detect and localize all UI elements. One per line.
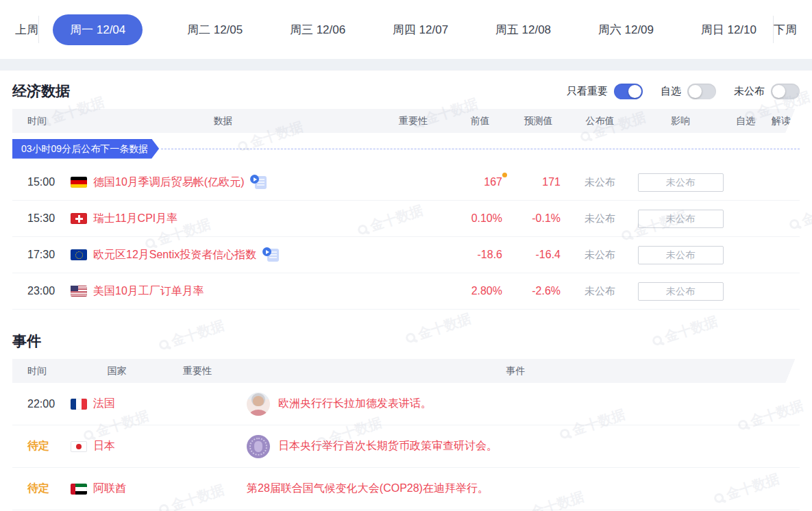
impact-unpublished-button[interactable]: 未公布 [638, 173, 724, 192]
data-time: 15:30 [12, 212, 71, 225]
previous-value: 167 [451, 176, 509, 188]
published-value: 未公布 [567, 176, 632, 189]
indicator-link[interactable]: 德国10月季调后贸易帐(亿欧元) [93, 175, 244, 190]
event-time: 待定 [12, 482, 71, 496]
event-country: 阿联酋 [71, 482, 163, 496]
watchlist-toggle[interactable] [687, 84, 716, 99]
filter-unpublished: 未公布 [734, 84, 800, 99]
published-value: 未公布 [567, 285, 632, 298]
revision-dot [502, 173, 507, 177]
countdown-dotted-line [161, 149, 800, 149]
impact-cell: 未公布 [632, 282, 728, 301]
day-tab[interactable]: 周日 12/10 [698, 14, 759, 45]
toggle-knob [772, 85, 785, 98]
indicator-link[interactable]: 瑞士11月CPI月率 [93, 212, 177, 226]
next-week-button[interactable]: 下周 [774, 22, 797, 38]
day-tab[interactable]: 周一 12/04 [53, 14, 143, 45]
country-flag-icon [71, 441, 87, 452]
col-event: 事件 [232, 365, 800, 377]
col-watchlist: 自选 [728, 115, 763, 127]
video-interpretation-icon[interactable] [262, 247, 279, 262]
data-cell: 欧元区12月Sentix投资者信心指数 [71, 247, 376, 262]
impact-unpublished-button[interactable]: 未公布 [638, 246, 724, 264]
data-time: 17:30 [12, 249, 71, 261]
data-cell: 瑞士11月CPI月率 [71, 212, 376, 226]
col-time: 时间 [12, 365, 71, 377]
filter-watchlist: 自选 [661, 84, 716, 99]
economic-data-row: 23:00 美国10月工厂订单月率 2.80% -2.6% 未公布 未公布 [12, 273, 800, 310]
indicator-link[interactable]: 欧元区12月Sentix投资者信心指数 [93, 248, 256, 262]
filter-important-label: 只看重要 [567, 85, 608, 98]
impact-cell: 未公布 [632, 246, 728, 264]
country-flag-icon [71, 213, 87, 224]
col-published: 公布值 [567, 115, 632, 127]
impact-unpublished-button[interactable]: 未公布 [638, 282, 724, 301]
country-flag-icon [71, 399, 87, 410]
published-value: 未公布 [567, 249, 632, 262]
forecast-value: -16.4 [509, 249, 567, 261]
event-link[interactable]: 欧洲央行行长拉加德发表讲话。 [278, 397, 432, 411]
col-country: 国家 [71, 365, 163, 377]
speaker-avatar [247, 435, 270, 458]
event-rows: 22:00 法国 欧洲央行行长拉加德发表讲话。 待定 日本 [12, 383, 800, 510]
country-name: 阿联酋 [93, 482, 126, 496]
col-previous: 前值 [451, 115, 509, 127]
country-flag-icon [71, 249, 87, 260]
data-cell: 美国10月工厂订单月率 [71, 284, 376, 299]
events-section-header: 事件 [12, 332, 800, 351]
event-time: 22:00 [12, 398, 71, 410]
published-value: 未公布 [567, 212, 632, 225]
data-time: 23:00 [12, 285, 71, 297]
economic-section-header: 经济数据 只看重要 自选 未公布 [12, 82, 800, 101]
filter-important: 只看重要 [567, 84, 643, 99]
countdown-row: 03小时09分后公布下一条数据 [12, 133, 800, 164]
col-interpret: 解读 [763, 115, 800, 127]
col-data: 数据 [71, 115, 376, 127]
day-tab[interactable]: 周三 12/06 [287, 14, 348, 45]
event-link[interactable]: 日本央行举行首次长期货币政策审查研讨会。 [278, 439, 497, 453]
country-flag-icon [71, 286, 87, 297]
forecast-value: -2.6% [509, 285, 567, 297]
data-time: 15:00 [12, 176, 71, 188]
impact-cell: 未公布 [632, 173, 728, 192]
event-row: 22:00 法国 欧洲央行行长拉加德发表讲话。 [12, 383, 800, 425]
speaker-avatar [247, 392, 270, 416]
day-tab[interactable]: 周四 12/07 [390, 14, 451, 45]
impact-cell: 未公布 [632, 210, 728, 228]
day-tab[interactable]: 周二 12/05 [184, 14, 245, 45]
economic-calendar-page: 上周 周一 12/04周二 12/05周三 12/06周四 12/07周五 12… [0, 0, 812, 511]
col-importance: 重要性 [376, 115, 451, 127]
event-row: 待定 日本 日本央行举行首次长期货币政策审查研讨会。 [12, 425, 800, 468]
prev-week-button[interactable]: 上周 [15, 22, 38, 38]
video-interpretation-icon[interactable] [250, 175, 267, 190]
event-cell: 第28届联合国气候变化大会(COP28)在迪拜举行。 [232, 482, 800, 496]
day-tab[interactable]: 周五 12/08 [493, 14, 554, 45]
col-time: 时间 [12, 115, 71, 127]
toggle-knob [628, 85, 641, 98]
toggle-knob [689, 85, 702, 98]
event-time: 待定 [12, 439, 71, 453]
unpublished-toggle[interactable] [771, 84, 800, 99]
events-title: 事件 [12, 332, 41, 351]
week-tab-bar: 上周 周一 12/04周二 12/05周三 12/06周四 12/07周五 12… [0, 0, 812, 59]
event-link[interactable]: 第28届联合国气候变化大会(COP28)在迪拜举行。 [247, 482, 489, 496]
indicator-link[interactable]: 美国10月工厂订单月率 [93, 284, 204, 299]
event-row: 待定 阿联酋 第28届联合国气候变化大会(COP28)在迪拜举行。 [12, 468, 800, 510]
country-name: 日本 [93, 439, 115, 453]
filter-watchlist-label: 自选 [661, 85, 681, 98]
economic-table-header: 时间 数据 重要性 前值 预测值 公布值 影响 自选 解读 [12, 109, 800, 133]
important-toggle[interactable] [614, 84, 643, 99]
economic-data-row: 15:00 德国10月季调后贸易帐(亿欧元) 167 171 未公布 未公布 [12, 164, 800, 201]
day-tabs: 周一 12/04周二 12/05周三 12/06周四 12/07周五 12/08… [39, 14, 773, 45]
day-tab[interactable]: 周六 12/09 [595, 14, 656, 45]
economic-rows: 15:00 德国10月季调后贸易帐(亿欧元) 167 171 未公布 未公布 [12, 164, 800, 310]
section-separator [0, 59, 812, 71]
previous-value: 0.10% [451, 212, 509, 225]
col-forecast: 预测值 [509, 115, 567, 127]
country-flag-icon [71, 177, 87, 188]
data-cell: 德国10月季调后贸易帐(亿欧元) [71, 175, 376, 190]
event-cell: 欧洲央行行长拉加德发表讲话。 [232, 392, 800, 416]
country-flag-icon [71, 484, 87, 495]
events-table-header: 时间 国家 重要性 事件 [12, 359, 800, 383]
impact-unpublished-button[interactable]: 未公布 [638, 210, 724, 228]
